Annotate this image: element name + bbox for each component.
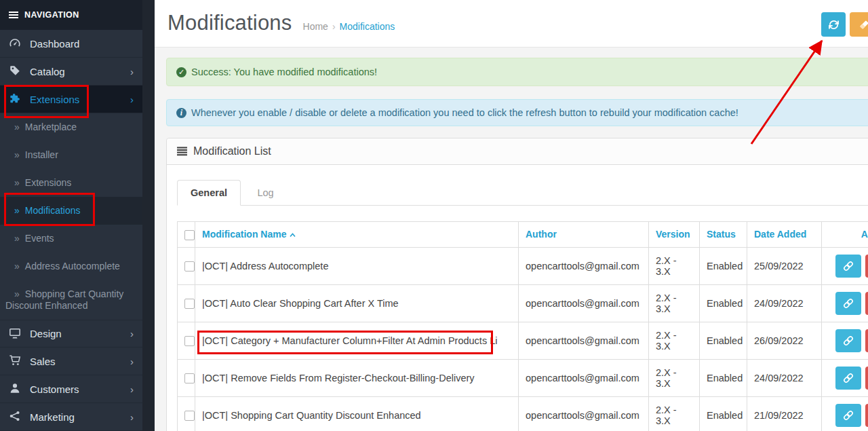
refresh-icon <box>827 18 840 31</box>
cell-date-added: 25/09/2022 <box>747 247 822 284</box>
table-row: |OCT| Remove Fields From Register-Checko… <box>178 359 868 396</box>
modification-list-panel: Modification List General Log Modificati… <box>166 138 868 431</box>
sidebar-header: NAVIGATION <box>0 0 142 30</box>
chevron-right-icon: › <box>130 412 134 422</box>
sidebar-item-address-autocomplete[interactable]: »Address Autocomplete <box>0 252 142 280</box>
sidebar-item-extensions-sub[interactable]: »Extensions <box>0 169 142 197</box>
chevron-right-icon: › <box>130 67 134 77</box>
chevron-right-icon: › <box>130 329 134 339</box>
puzzle-icon <box>9 92 22 106</box>
cell-author: opencarttools@gmail.com <box>519 247 649 284</box>
double-chevron-icon: » <box>14 261 20 271</box>
sidebar-item-label: Dashboard <box>30 38 79 50</box>
cell-status: Enabled <box>700 396 747 431</box>
column-header-version[interactable]: Version <box>649 222 700 248</box>
cell-status: Enabled <box>700 247 747 284</box>
enable-disable-button[interactable] <box>835 292 861 315</box>
column-header-author[interactable]: Author <box>519 222 649 248</box>
sort-asc-icon <box>290 229 296 240</box>
column-header-status[interactable]: Status <box>700 222 747 248</box>
page-header: Modifications Home›Modifications <box>155 0 868 48</box>
tab-general[interactable]: General <box>177 180 241 206</box>
tab-log[interactable]: Log <box>243 180 287 206</box>
cell-version: 2.X - 3.X <box>649 359 700 396</box>
cell-version: 2.X - 3.X <box>649 396 700 431</box>
cell-version: 2.X - 3.X <box>649 247 700 284</box>
column-header-action: Action <box>822 222 868 248</box>
delete-button[interactable] <box>865 329 868 352</box>
column-header-name[interactable]: Modification Name <box>195 222 519 248</box>
cell-status: Enabled <box>700 322 747 359</box>
panel-title: Modification List <box>193 145 271 157</box>
sidebar-item-label: Marketing <box>30 411 75 423</box>
sidebar-item-customers[interactable]: Customers › <box>0 375 142 403</box>
table-row: |OCT| Shopping Cart Quantity Discount En… <box>178 396 868 431</box>
sidebar-item-label: Customers <box>30 383 79 395</box>
row-checkbox[interactable] <box>184 411 195 421</box>
enable-disable-button[interactable] <box>835 329 861 352</box>
sidebar-item-label: Catalog <box>30 66 65 77</box>
table-row: |OCT| Auto Clear Shopping Cart After X T… <box>178 284 868 322</box>
dashboard-icon <box>9 37 22 50</box>
chain-link-icon <box>843 298 854 309</box>
sidebar-item-label: Design <box>30 328 62 339</box>
sidebar-item-extensions[interactable]: Extensions › <box>0 86 142 113</box>
eraser-icon <box>858 18 868 31</box>
row-checkbox[interactable] <box>184 336 195 346</box>
select-all-checkbox[interactable] <box>184 230 195 240</box>
cell-date-added: 24/09/2022 <box>747 284 822 322</box>
double-chevron-icon: » <box>14 177 20 188</box>
enable-disable-button[interactable] <box>835 367 861 390</box>
sidebar-item-catalog[interactable]: Catalog › <box>0 58 142 86</box>
modification-table: Modification Name Author Version Status … <box>177 221 868 431</box>
delete-button[interactable] <box>865 367 868 390</box>
check-circle-icon: ✓ <box>176 67 186 77</box>
info-circle-icon: i <box>176 108 186 118</box>
delete-button[interactable] <box>865 404 868 427</box>
tag-icon <box>9 64 22 78</box>
cell-author: opencarttools@gmail.com <box>519 396 649 431</box>
refresh-button[interactable] <box>821 12 846 37</box>
enable-disable-button[interactable] <box>835 404 861 427</box>
cell-name: |OCT| Auto Clear Shopping Cart After X T… <box>195 284 519 322</box>
row-checkbox[interactable] <box>184 373 195 383</box>
delete-button[interactable] <box>865 292 868 315</box>
row-checkbox[interactable] <box>184 299 195 309</box>
sidebar-item-label: Sales <box>30 356 56 367</box>
cell-status: Enabled <box>700 284 747 322</box>
cell-version: 2.X - 3.X <box>649 322 700 359</box>
enable-disable-button[interactable] <box>835 255 861 278</box>
double-chevron-icon: » <box>14 205 20 216</box>
list-icon <box>177 147 187 156</box>
delete-button[interactable] <box>865 255 868 278</box>
cell-name: |OCT| Shopping Cart Quantity Discount En… <box>195 396 519 431</box>
cell-date-added: 24/09/2022 <box>747 359 822 396</box>
cell-status: Enabled <box>700 359 747 396</box>
double-chevron-icon: » <box>14 233 20 244</box>
sidebar: NAVIGATION Dashboard Catalog › Extension… <box>0 0 142 431</box>
breadcrumb: Home›Modifications <box>303 21 395 32</box>
sidebar-item-shopping-cart-quantity[interactable]: »Shopping Cart Quantity Discount Enhance… <box>0 280 142 320</box>
sidebar-item-dashboard[interactable]: Dashboard <box>0 30 142 58</box>
hamburger-icon <box>9 14 18 16</box>
sidebar-item-sales[interactable]: Sales › <box>0 348 142 375</box>
breadcrumb-current[interactable]: Modifications <box>340 21 395 32</box>
clear-button[interactable] <box>850 12 868 37</box>
column-header-date-added[interactable]: Date Added <box>747 222 822 248</box>
chevron-right-icon: › <box>130 356 134 367</box>
cell-date-added: 26/09/2022 <box>747 322 822 359</box>
double-chevron-icon: » <box>14 121 20 132</box>
sidebar-item-design[interactable]: Design › <box>0 320 142 348</box>
chevron-right-icon: › <box>130 94 134 105</box>
sidebar-item-events[interactable]: »Events <box>0 225 142 252</box>
sidebar-item-installer[interactable]: »Installer <box>0 141 142 169</box>
sidebar-item-marketing[interactable]: Marketing › <box>0 403 142 431</box>
table-header-row: Modification Name Author Version Status … <box>178 222 868 248</box>
info-alert-text: Whenever you enable / disable or delete … <box>191 107 738 118</box>
sidebar-item-marketplace[interactable]: »Marketplace <box>0 113 142 141</box>
sidebar-item-modifications[interactable]: »Modifications <box>0 197 142 225</box>
row-checkbox[interactable] <box>184 261 195 271</box>
breadcrumb-home[interactable]: Home <box>303 21 328 32</box>
info-alert: i Whenever you enable / disable or delet… <box>166 99 868 126</box>
success-alert-text: Success: You have modified modifications… <box>191 67 377 77</box>
